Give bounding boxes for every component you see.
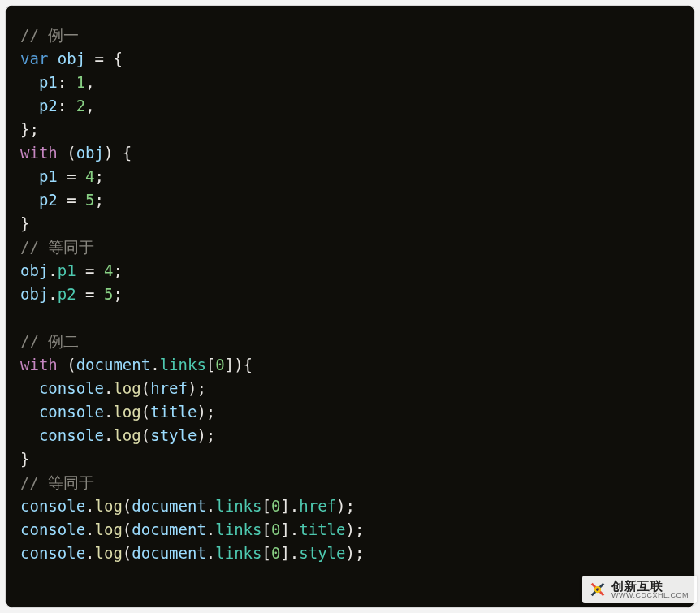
code-token: ( [123,520,132,538]
code-token: links [215,497,261,515]
code-token: 5 [85,191,94,209]
code-token: ( [141,379,150,397]
code-token: = [76,285,104,303]
code-token: title [299,520,345,538]
code-token: document [132,544,206,562]
watermark-logo-icon [589,581,607,598]
code-token: p2 [39,191,58,209]
code-token: console [39,403,104,421]
code-token: p2 [58,285,76,303]
code-token: var [20,50,48,67]
code-token: 0 [271,497,280,515]
watermark-badge: 创新互联 WWW.CDCXHL.COM [582,576,697,603]
code-token: with [20,144,58,162]
code-token: p1 [39,73,58,91]
code-token: . [85,497,94,515]
code-token: . [48,261,57,279]
watermark-brand-cn: 创新互联 [611,580,689,592]
code-token: . [206,520,215,538]
code-token: console [20,520,85,538]
code-token: 0 [271,520,280,538]
code-token: . [206,544,215,562]
code-token: obj [20,285,48,303]
code-token [20,309,29,326]
code-token: obj [20,261,48,279]
code-token: ( [58,144,76,162]
code-token: ( [123,497,132,515]
code-token: // 等同于 [20,238,94,256]
code-token: ]. [280,497,299,515]
code-token: ; [95,191,104,209]
code-token: p1 [58,261,76,279]
code-token: = [58,191,85,209]
code-token: . [104,426,113,444]
code-token: title [150,403,197,421]
code-token: . [150,356,159,373]
code-token: , [85,97,94,114]
code-token: ]){ [225,356,253,373]
code-token: with [20,356,58,373]
code-token: console [39,426,104,444]
code-token: . [104,403,113,421]
code-token: [ [206,356,215,373]
code-token: obj [58,50,85,67]
code-token: = { [85,50,123,67]
code-token: // 等同于 [20,473,94,491]
code-token: document [132,520,206,538]
code-token: ); [345,544,364,562]
code-token: 2 [76,97,85,114]
code-token: 4 [85,167,94,185]
code-token [48,50,57,67]
code-token: ); [188,379,206,397]
code-token: ; [113,285,122,303]
code-token: 1 [76,73,85,91]
code-token: . [85,544,94,562]
code-block: // 例一 var obj = { p1: 1, p2: 2, }; with … [20,24,680,565]
code-token: } [20,450,29,468]
code-token: // 例一 [20,26,79,44]
code-token: 4 [104,261,113,279]
code-token: log [113,379,140,397]
code-token: ( [141,426,150,444]
code-token: ; [113,261,122,279]
code-token: // 例二 [20,332,79,350]
code-token: ]. [280,520,299,538]
code-token: style [299,544,345,562]
code-token: console [20,544,85,562]
code-token: style [150,426,197,444]
code-token: ( [123,544,132,562]
code-token: = [58,167,85,185]
code-token: obj [76,144,104,162]
code-token: ); [345,520,364,538]
code-token: . [48,285,57,303]
code-token: console [39,379,104,397]
code-token: document [76,356,151,373]
code-token: log [113,403,140,421]
code-token: links [215,544,261,562]
code-token: ; [95,167,104,185]
code-token [20,191,39,209]
code-token [20,403,39,421]
code-token: , [85,73,94,91]
code-token: p2 [39,97,58,114]
code-token [20,167,39,185]
code-token: log [95,520,123,538]
code-token: href [299,497,336,515]
code-token: href [150,379,188,397]
code-token: . [85,520,94,538]
code-token: ); [197,426,215,444]
code-token: . [206,497,215,515]
code-token: ); [336,497,355,515]
code-token [20,73,39,91]
code-token: log [95,497,123,515]
code-token: . [104,379,113,397]
code-token: ]. [280,544,299,562]
code-token: 0 [215,356,224,373]
code-token: links [160,356,206,373]
code-frame: // 例一 var obj = { p1: 1, p2: 2, }; with … [5,5,695,608]
code-token: log [95,544,123,562]
code-token: p1 [39,167,58,185]
code-token: ( [141,403,150,421]
code-token: : [58,97,76,114]
watermark-brand-en: WWW.CDCXHL.COM [611,592,689,599]
